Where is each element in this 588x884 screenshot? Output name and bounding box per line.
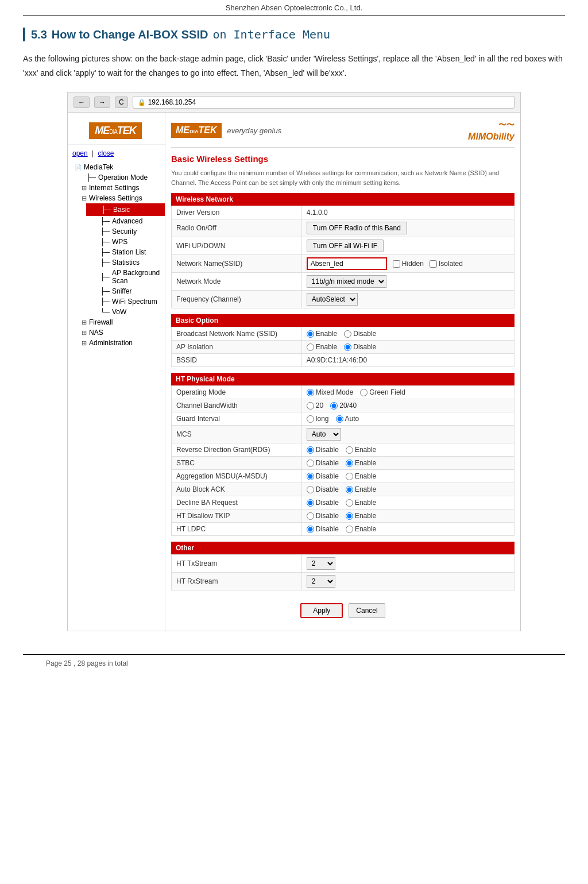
folder-icon-nas: ⊞ bbox=[82, 329, 87, 337]
green-field-option[interactable]: Green Field bbox=[360, 388, 405, 396]
stbc-enable-radio[interactable] bbox=[346, 460, 353, 467]
gi-auto-option[interactable]: Auto bbox=[336, 415, 359, 423]
table-row: Auto Block ACK Disable Enable bbox=[172, 483, 514, 496]
open-link[interactable]: open bbox=[72, 149, 88, 157]
tkip-enable-option[interactable]: Enable bbox=[346, 512, 376, 520]
section-title-plain: How to Change AI-BOX SSID bbox=[52, 28, 208, 41]
ldpc-enable-option[interactable]: Enable bbox=[346, 525, 376, 533]
mixed-mode-radio[interactable] bbox=[307, 389, 314, 396]
bw-20-option[interactable]: 20 bbox=[307, 402, 323, 410]
url-bar[interactable]: 🔒 192.168.10.254 bbox=[133, 96, 514, 109]
label-driver-version: Driver Version bbox=[172, 206, 302, 219]
value-guard-interval: long Auto bbox=[301, 412, 514, 426]
sidebar-item-wifi-spectrum[interactable]: ├─ WiFi Spectrum bbox=[86, 296, 165, 307]
bw-20-radio[interactable] bbox=[307, 402, 314, 410]
isolated-checkbox[interactable] bbox=[430, 260, 437, 268]
ldpc-enable-radio[interactable] bbox=[346, 526, 353, 533]
sidebar-nav-links: open | close bbox=[68, 147, 165, 160]
value-broadcast-ssid: Enable Disable bbox=[301, 327, 514, 341]
ap-isolation-enable-radio[interactable] bbox=[307, 343, 314, 351]
wifi-updown-button[interactable]: Turn OFF all Wi-Fi IF bbox=[307, 240, 384, 252]
label-broadcast-ssid: Broadcast Network Name (SSID) bbox=[172, 327, 302, 341]
ba-enable-radio[interactable] bbox=[346, 499, 353, 507]
tkip-enable-radio[interactable] bbox=[346, 512, 353, 520]
ap-isolation-disable-option[interactable]: Disable bbox=[344, 343, 376, 351]
back-button[interactable]: ← bbox=[74, 96, 90, 108]
ldpc-disable-option[interactable]: Disable bbox=[307, 525, 339, 533]
frequency-select[interactable]: AutoSelect bbox=[307, 293, 358, 306]
tkip-disable-radio[interactable] bbox=[307, 512, 314, 520]
sidebar-label-vow: VoW bbox=[112, 308, 126, 316]
tkip-disable-option[interactable]: Disable bbox=[307, 512, 339, 520]
mixed-mode-option[interactable]: Mixed Mode bbox=[307, 388, 353, 396]
gi-auto-radio[interactable] bbox=[336, 415, 343, 423]
sidebar-item-wireless[interactable]: ⊟ Wireless Settings bbox=[72, 193, 165, 203]
rdg-disable-option[interactable]: Disable bbox=[307, 446, 339, 454]
ap-isolation-enable-option[interactable]: Enable bbox=[307, 343, 337, 351]
sidebar-label-firewall: Firewall bbox=[89, 318, 113, 326]
sidebar-item-mediatek[interactable]: 📄 MediaTek bbox=[68, 162, 165, 172]
forward-button[interactable]: → bbox=[94, 96, 110, 108]
rdg-enable-option[interactable]: Enable bbox=[346, 446, 376, 454]
rdg-disable-radio[interactable] bbox=[307, 446, 314, 454]
ap-isolation-disable-radio[interactable] bbox=[344, 343, 351, 351]
cancel-button[interactable]: Cancel bbox=[349, 603, 385, 618]
gi-long-radio[interactable] bbox=[307, 415, 314, 423]
ack-enable-option[interactable]: Enable bbox=[346, 485, 376, 493]
table-row: Guard Interval long Auto bbox=[172, 412, 514, 426]
broadcast-disable-radio[interactable] bbox=[344, 330, 351, 338]
sidebar-item-statistics[interactable]: ├─ Statistics bbox=[86, 257, 165, 268]
amsdu-enable-radio[interactable] bbox=[346, 473, 353, 480]
stbc-enable-option[interactable]: Enable bbox=[346, 459, 376, 467]
green-field-radio[interactable] bbox=[360, 389, 368, 396]
sidebar-item-internet[interactable]: ⊞ Internet Settings bbox=[72, 183, 165, 193]
rdg-enable-radio[interactable] bbox=[346, 446, 353, 454]
broadcast-enable-radio[interactable] bbox=[307, 330, 314, 338]
bw-2040-radio[interactable] bbox=[330, 402, 338, 410]
ack-disable-option[interactable]: Disable bbox=[307, 485, 339, 493]
ssid-input[interactable] bbox=[307, 257, 387, 270]
refresh-button[interactable]: C bbox=[115, 96, 128, 108]
ba-disable-option[interactable]: Disable bbox=[307, 499, 339, 507]
close-link[interactable]: close bbox=[98, 149, 114, 157]
amsdu-disable-option[interactable]: Disable bbox=[307, 472, 339, 480]
value-frequency: AutoSelect bbox=[301, 291, 514, 308]
sidebar-item-operation-mode[interactable]: ├─ Operation Mode bbox=[72, 172, 165, 183]
sidebar-item-basic[interactable]: ├─ Basic bbox=[86, 203, 165, 216]
hidden-checkbox[interactable] bbox=[393, 260, 400, 268]
radio-off-button[interactable]: Turn OFF Radio of this Band bbox=[307, 222, 407, 234]
page-description: You could configure the minimum number o… bbox=[171, 168, 514, 187]
ba-disable-radio[interactable] bbox=[307, 499, 314, 507]
sidebar-item-wps[interactable]: ├─ WPS bbox=[86, 237, 165, 247]
sidebar-item-firewall[interactable]: ⊞ Firewall bbox=[72, 317, 165, 327]
amsdu-disable-radio[interactable] bbox=[307, 473, 314, 480]
folder-icon-fw: ⊞ bbox=[82, 319, 87, 326]
ht-rxstream-select[interactable]: 2 bbox=[307, 575, 335, 588]
network-mode-select[interactable]: 11b/g/n mixed mode bbox=[307, 275, 386, 288]
stbc-disable-option[interactable]: Disable bbox=[307, 459, 339, 467]
sidebar-item-ap-background-scan[interactable]: ├─ AP Background Scan bbox=[86, 268, 165, 286]
sidebar-item-sniffer[interactable]: ├─ Sniffer bbox=[86, 286, 165, 296]
table-row: Decline BA Request Disable Enable bbox=[172, 496, 514, 509]
ack-disable-radio[interactable] bbox=[307, 486, 314, 493]
ba-enable-option[interactable]: Enable bbox=[346, 499, 376, 507]
broadcast-enable-option[interactable]: Enable bbox=[307, 330, 337, 338]
ht-txstream-select[interactable]: 2 bbox=[307, 557, 335, 570]
sidebar-label-operation-mode: Operation Mode bbox=[98, 173, 148, 182]
label-amsdu: Aggregation MSDU(A-MSDU) bbox=[172, 470, 302, 483]
sidebar-item-station-list[interactable]: ├─ Station List bbox=[86, 247, 165, 257]
sidebar-item-vow[interactable]: └─ VoW bbox=[86, 307, 165, 317]
sidebar-item-advanced[interactable]: ├─ Advanced bbox=[86, 216, 165, 226]
mcs-select[interactable]: Auto bbox=[307, 428, 341, 441]
ldpc-disable-radio[interactable] bbox=[307, 526, 314, 533]
ack-enable-radio[interactable] bbox=[346, 486, 353, 493]
apply-button[interactable]: Apply bbox=[300, 603, 343, 618]
sidebar-item-security[interactable]: ├─ Security bbox=[86, 226, 165, 237]
sidebar-item-administration[interactable]: ⊞ Administration bbox=[72, 338, 165, 348]
amsdu-enable-option[interactable]: Enable bbox=[346, 472, 376, 480]
gi-long-option[interactable]: long bbox=[307, 415, 329, 423]
bw-2040-option[interactable]: 20/40 bbox=[330, 402, 357, 410]
sidebar-item-nas[interactable]: ⊞ NAS bbox=[72, 327, 165, 338]
stbc-disable-radio[interactable] bbox=[307, 460, 314, 467]
broadcast-disable-option[interactable]: Disable bbox=[344, 330, 376, 338]
